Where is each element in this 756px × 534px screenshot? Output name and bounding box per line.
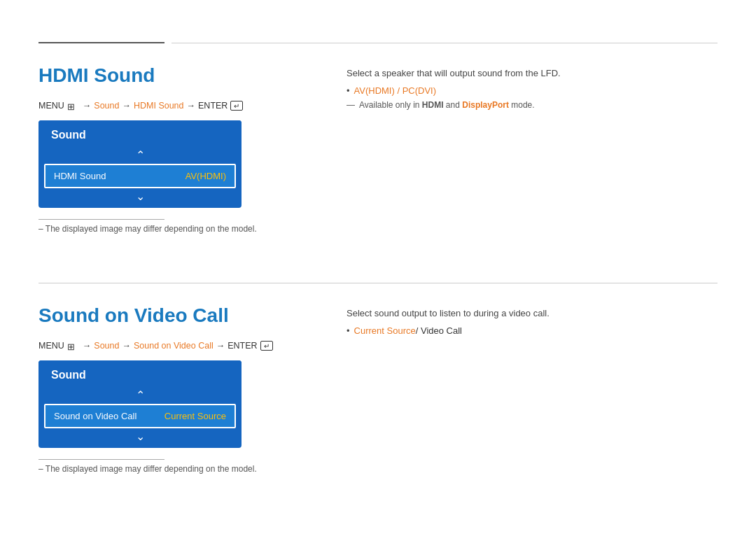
bullet-value-1: AV(HDMI) / PC(DVI) (354, 85, 436, 96)
bullet-separator: / Video Call (416, 325, 462, 336)
footnote-1: – The displayed image may differ dependi… (38, 224, 318, 234)
panel-item-2: Sound on Video Call Current Source (44, 404, 236, 428)
menu-icon-2 (67, 342, 78, 350)
item-label-2: Sound on Video Call (54, 411, 136, 421)
chevron-down-icon-2: ⌄ (136, 431, 145, 442)
hdmi-sound-title: HDMI Sound (38, 64, 318, 87)
footnote-area-1: – The displayed image may differ dependi… (38, 219, 318, 234)
section-left-svc: Sound on Video Call MENU → Sound → Sound… (38, 304, 318, 474)
top-divider (38, 42, 718, 43)
desc-text-1: Select a speaker that will output sound … (346, 68, 718, 78)
enter-icon (230, 101, 243, 111)
footnote-text-1: The displayed image may differ depending… (46, 224, 257, 234)
divider-right (172, 43, 718, 43)
chevron-up-icon-1: ⌃ (136, 150, 145, 161)
section-gap (38, 248, 718, 283)
arrow3: → (187, 101, 196, 111)
note-bold-displayport: DisplayPort (462, 100, 509, 110)
note-text-1: Available only in HDMI and DisplayPort m… (359, 100, 535, 110)
arrow1: → (83, 101, 92, 111)
panel-item-1: HDMI Sound AV(HDMI) (44, 164, 236, 188)
arrow5: → (122, 341, 131, 351)
page-container: HDMI Sound MENU → Sound → HDMI Sound → E… (0, 0, 756, 516)
section-divider-1 (38, 219, 164, 220)
panel-title-2: Sound (51, 369, 86, 381)
section-left-hdmi: HDMI Sound MENU → Sound → HDMI Sound → E… (38, 64, 318, 234)
path-sound-1: Sound (94, 101, 119, 111)
footnote-dash-2: – (38, 464, 46, 474)
path-svc: Sound on Video Call (134, 341, 214, 351)
desc-text-2: Select sound output to listen to during … (346, 308, 718, 318)
note-bold-hdmi: HDMI (422, 100, 444, 110)
section-divider-2 (38, 459, 164, 460)
chevron-down-2: ⌄ (38, 428, 241, 448)
item-value-2: Current Source (164, 411, 226, 421)
hdmi-sound-panel: Sound ⌃ HDMI Sound AV(HDMI) ⌄ (38, 120, 241, 208)
svc-panel: Sound ⌃ Sound on Video Call Current Sour… (38, 360, 241, 448)
menu-icon (67, 101, 78, 110)
panel-header-1: Sound (38, 120, 241, 146)
path-hdmi-sound: HDMI Sound (134, 101, 184, 111)
section-hdmi-sound: HDMI Sound MENU → Sound → HDMI Sound → E… (38, 64, 718, 234)
bullet-value-2: Current Source (354, 325, 416, 336)
enter-label-2: ENTER (227, 341, 257, 351)
footnote-2: – The displayed image may differ dependi… (38, 464, 318, 474)
panel-title-1: Sound (51, 129, 86, 141)
hdmi-sound-menu-path: MENU → Sound → HDMI Sound → ENTER (38, 101, 318, 111)
section-right-hdmi: Select a speaker that will output sound … (346, 64, 718, 234)
panel-header-2: Sound (38, 360, 241, 386)
arrow6: → (216, 341, 225, 351)
menu-label-2: MENU (38, 341, 64, 351)
chevron-down-1: ⌄ (38, 188, 241, 208)
desc-bullet-2: Current Source / Video Call (346, 325, 718, 336)
mid-divider (38, 283, 718, 283)
chevron-up-2: ⌃ (38, 386, 241, 404)
mid-divider-line (38, 283, 718, 283)
svc-menu-path: MENU → Sound → Sound on Video Call → ENT… (38, 341, 318, 351)
chevron-up-1: ⌃ (38, 146, 241, 164)
arrow2: → (122, 101, 131, 111)
footnote-area-2: – The displayed image may differ dependi… (38, 459, 318, 474)
arrow4: → (83, 341, 92, 351)
enter-label: ENTER (198, 101, 227, 111)
path-sound-2: Sound (94, 341, 119, 351)
section-right-svc: Select sound output to listen to during … (346, 304, 718, 474)
chevron-up-icon-2: ⌃ (136, 390, 145, 401)
enter-icon-2 (260, 341, 273, 351)
footnote-dash-1: – (38, 224, 46, 234)
item-value-1: AV(HDMI) (186, 171, 226, 181)
menu-label: MENU (38, 101, 64, 111)
section-sound-video-call: Sound on Video Call MENU → Sound → Sound… (38, 304, 718, 474)
item-label-1: HDMI Sound (54, 171, 106, 181)
divider-left (38, 42, 164, 43)
footnote-text-2: The displayed image may differ depending… (46, 464, 257, 474)
desc-note-1: Available only in HDMI and DisplayPort m… (346, 100, 718, 110)
chevron-down-icon-1: ⌄ (136, 191, 145, 202)
desc-bullet-1: AV(HDMI) / PC(DVI) (346, 85, 718, 96)
svc-title: Sound on Video Call (38, 304, 318, 327)
